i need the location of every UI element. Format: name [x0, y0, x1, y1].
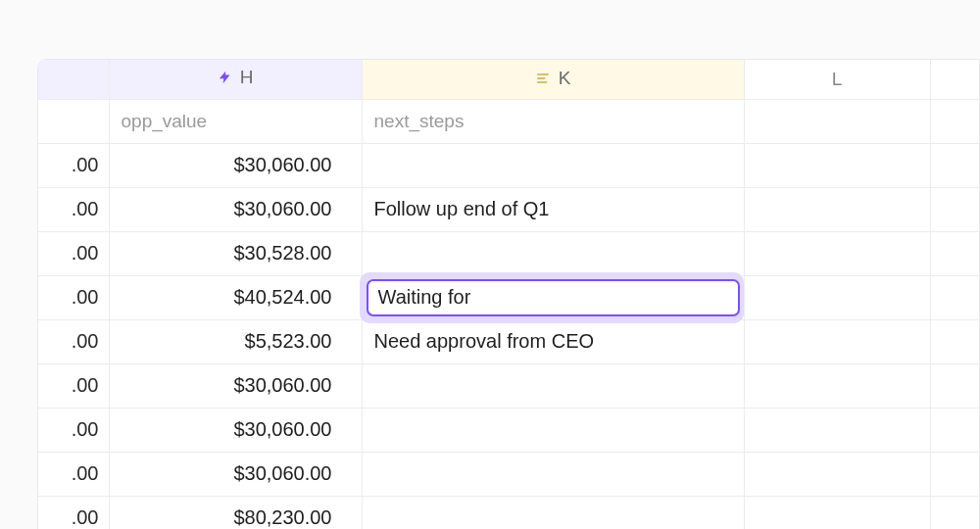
next-steps-cell[interactable]: Need approval from CEO — [362, 319, 744, 363]
opp-value-cell[interactable]: $30,060.00 — [109, 363, 362, 408]
column-header-row: H K L — [38, 60, 980, 99]
stub-cell[interactable]: .00 — [38, 275, 109, 319]
opp-value-cell[interactable]: $30,528.00 — [109, 231, 362, 275]
column-header-k[interactable]: K — [362, 60, 744, 99]
table-row: .00 $30,060.00 — [38, 408, 980, 452]
stub-cell[interactable]: .00 — [38, 363, 109, 408]
cell[interactable] — [744, 143, 930, 187]
table-row: .00 $80,230.00 — [38, 496, 980, 529]
stub-cell[interactable] — [38, 99, 109, 143]
cell[interactable] — [930, 408, 980, 452]
table-row: .00 $5,523.00 Need approval from CEO — [38, 319, 980, 363]
stub-cell[interactable]: .00 — [38, 496, 109, 529]
opp-value-cell[interactable]: $30,060.00 — [109, 187, 362, 231]
field-name-h[interactable]: opp_value — [109, 99, 362, 143]
opp-value-cell[interactable]: $40,524.00 — [109, 275, 362, 319]
table-row: .00 $30,528.00 — [38, 231, 980, 275]
table-row: .00 $40,524.00 — [38, 275, 980, 319]
column-letter: L — [832, 69, 843, 89]
stub-cell[interactable]: .00 — [38, 187, 109, 231]
field-name-m[interactable] — [930, 99, 980, 143]
field-name-row: opp_value next_steps — [38, 99, 980, 143]
cell[interactable] — [930, 319, 980, 363]
column-letter: K — [559, 68, 571, 89]
opp-value-cell[interactable]: $30,060.00 — [109, 143, 362, 187]
table-row: .00 $30,060.00 — [38, 452, 980, 496]
table-row: .00 $30,060.00 Follow up end of Q1 — [38, 187, 980, 231]
cell[interactable] — [930, 452, 980, 496]
cell[interactable] — [744, 452, 930, 496]
next-steps-cell-editing[interactable] — [362, 275, 744, 319]
cell[interactable] — [744, 496, 930, 529]
cell[interactable] — [744, 363, 930, 408]
lightning-icon — [218, 69, 232, 86]
next-steps-cell[interactable] — [362, 452, 744, 496]
opp-value-cell[interactable]: $30,060.00 — [109, 408, 362, 452]
cell[interactable] — [744, 319, 930, 363]
column-header-h[interactable]: H — [109, 60, 362, 99]
cell[interactable] — [744, 231, 930, 275]
next-steps-cell[interactable] — [362, 231, 744, 275]
corner-cell — [38, 60, 109, 99]
cell[interactable] — [744, 275, 930, 319]
grid[interactable]: H K L opp_value next_steps .00 $30,060.0… — [38, 60, 980, 529]
spreadsheet[interactable]: H K L opp_value next_steps .00 $30,060.0… — [37, 59, 980, 529]
table-row: .00 $30,060.00 — [38, 143, 980, 187]
opp-value-cell[interactable]: $5,523.00 — [109, 319, 362, 363]
cell[interactable] — [930, 275, 980, 319]
cell[interactable] — [930, 231, 980, 275]
cell[interactable] — [744, 187, 930, 231]
cell[interactable] — [930, 187, 980, 231]
column-letter: H — [240, 67, 254, 88]
cell[interactable] — [930, 143, 980, 187]
next-steps-cell[interactable] — [362, 496, 744, 529]
next-steps-cell[interactable] — [362, 143, 744, 187]
next-steps-cell[interactable]: Follow up end of Q1 — [362, 187, 744, 231]
cell[interactable] — [930, 496, 980, 529]
table-row: .00 $30,060.00 — [38, 363, 980, 408]
opp-value-cell[interactable]: $80,230.00 — [109, 496, 362, 529]
stub-cell[interactable]: .00 — [38, 143, 109, 187]
field-name-k[interactable]: next_steps — [362, 99, 744, 143]
next-steps-cell[interactable] — [362, 363, 744, 408]
stub-cell[interactable]: .00 — [38, 452, 109, 496]
column-header-m[interactable] — [930, 60, 980, 99]
align-left-icon — [535, 72, 551, 85]
stub-cell[interactable]: .00 — [38, 319, 109, 363]
column-header-l[interactable]: L — [744, 60, 930, 99]
next-steps-cell[interactable] — [362, 408, 744, 452]
cell[interactable] — [744, 408, 930, 452]
cell[interactable] — [930, 363, 980, 408]
cell-editor-input[interactable] — [367, 279, 740, 316]
opp-value-cell[interactable]: $30,060.00 — [109, 452, 362, 496]
stub-cell[interactable]: .00 — [38, 231, 109, 275]
stub-cell[interactable]: .00 — [38, 408, 109, 452]
field-name-l[interactable] — [744, 99, 930, 143]
